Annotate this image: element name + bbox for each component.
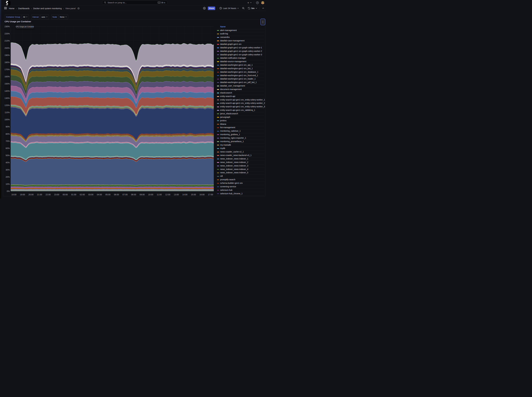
svg-text:16:00: 16:00 bbox=[199, 193, 205, 196]
svg-text:03:00: 03:00 bbox=[88, 193, 93, 196]
svg-text:10%: 10% bbox=[6, 183, 10, 185]
svg-text:230%: 230% bbox=[5, 25, 10, 28]
svg-text:12:00: 12:00 bbox=[165, 193, 170, 196]
svg-text:210%: 210% bbox=[5, 40, 10, 42]
svg-text:15:00: 15:00 bbox=[191, 193, 196, 196]
svg-text:10:00: 10:00 bbox=[148, 193, 153, 196]
svg-text:30%: 30% bbox=[6, 169, 10, 171]
svg-text:180%: 180% bbox=[5, 61, 10, 63]
svg-text:20%: 20% bbox=[6, 176, 10, 178]
svg-text:20:00: 20:00 bbox=[28, 193, 33, 196]
svg-text:60%: 60% bbox=[6, 147, 10, 149]
svg-text:02:00: 02:00 bbox=[80, 193, 85, 196]
svg-text:220%: 220% bbox=[5, 32, 10, 35]
svg-text:22:00: 22:00 bbox=[46, 193, 51, 196]
svg-text:50%: 50% bbox=[6, 154, 10, 156]
svg-text:160%: 160% bbox=[5, 75, 10, 78]
svg-text:150%: 150% bbox=[5, 83, 10, 85]
svg-text:130%: 130% bbox=[5, 97, 10, 99]
svg-text:140%: 140% bbox=[5, 90, 10, 92]
svg-text:04:00: 04:00 bbox=[97, 193, 102, 196]
svg-text:120%: 120% bbox=[5, 104, 10, 106]
svg-text:70%: 70% bbox=[6, 140, 10, 142]
svg-text:100%: 100% bbox=[5, 118, 10, 121]
svg-text:13:00: 13:00 bbox=[174, 193, 179, 196]
svg-text:200%: 200% bbox=[5, 47, 10, 49]
svg-text:01:00: 01:00 bbox=[71, 193, 76, 196]
svg-text:190%: 190% bbox=[5, 54, 10, 56]
svg-text:18:00: 18:00 bbox=[11, 193, 16, 196]
svg-text:00:00: 00:00 bbox=[63, 193, 68, 196]
svg-text:90%: 90% bbox=[6, 125, 10, 128]
svg-text:0%: 0% bbox=[7, 190, 10, 192]
svg-text:05:00: 05:00 bbox=[105, 193, 110, 196]
svg-text:14:00: 14:00 bbox=[182, 193, 187, 196]
svg-text:08:00: 08:00 bbox=[131, 193, 136, 196]
svg-text:23:00: 23:00 bbox=[54, 193, 59, 196]
svg-text:17:00: 17:00 bbox=[208, 193, 213, 196]
svg-text:06:00: 06:00 bbox=[114, 193, 119, 196]
svg-text:21:00: 21:00 bbox=[37, 193, 42, 196]
svg-text:170%: 170% bbox=[5, 68, 10, 71]
svg-text:40%: 40% bbox=[6, 161, 10, 164]
svg-text:110%: 110% bbox=[5, 111, 10, 114]
svg-text:19:00: 19:00 bbox=[20, 193, 25, 196]
svg-text:11:00: 11:00 bbox=[157, 193, 162, 196]
svg-text:07:00: 07:00 bbox=[122, 193, 128, 196]
svg-text:80%: 80% bbox=[6, 133, 10, 135]
svg-text:09:00: 09:00 bbox=[139, 193, 145, 196]
